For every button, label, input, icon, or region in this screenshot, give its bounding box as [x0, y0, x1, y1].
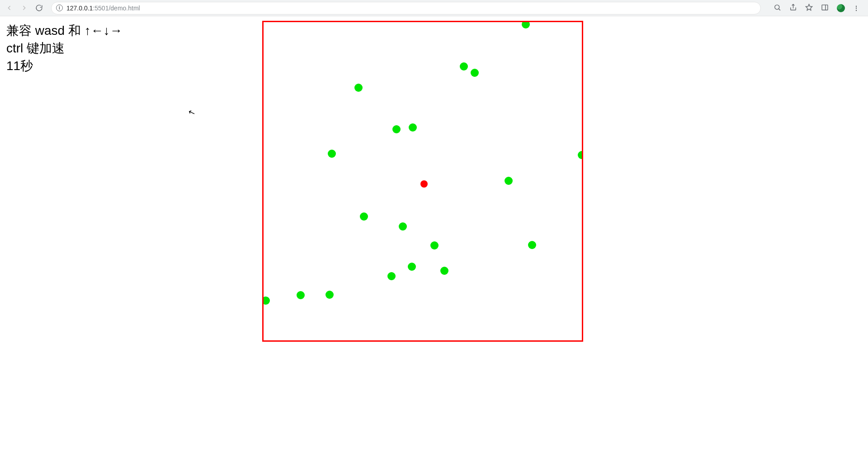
- enemy-ball: [409, 123, 417, 132]
- enemy-ball: [326, 291, 334, 299]
- timer-value: 11: [6, 59, 20, 73]
- svg-marker-3: [806, 4, 812, 10]
- timer-unit: 秒: [20, 59, 33, 73]
- enemy-ball: [392, 125, 401, 133]
- enemy-ball: [582, 258, 583, 266]
- reload-button[interactable]: [35, 4, 43, 12]
- nav-buttons: [5, 4, 43, 12]
- url-host: 127.0.0.1: [66, 5, 93, 12]
- browser-toolbar: i 127.0.0.1:5501/demo.html ⋮: [0, 0, 868, 16]
- bookmark-star-icon[interactable]: [805, 4, 813, 13]
- svg-line-1: [778, 9, 780, 10]
- enemy-ball: [328, 150, 336, 158]
- menu-icon[interactable]: ⋮: [853, 5, 860, 12]
- toolbar-actions: ⋮: [769, 4, 864, 13]
- enemy-ball: [528, 241, 536, 249]
- svg-rect-4: [822, 5, 828, 9]
- timer-line: 11秒: [6, 57, 123, 75]
- url-path: :5501/demo.html: [93, 5, 140, 12]
- enemy-ball: [297, 291, 305, 299]
- enemy-ball: [460, 62, 468, 71]
- enemy-ball: [360, 212, 368, 221]
- zoom-icon[interactable]: [774, 4, 781, 13]
- page-body: 兼容 wasd 和 ↑←↓→ ctrl 键加速 11秒 ↖: [0, 16, 868, 452]
- enemy-ball: [440, 267, 448, 275]
- player-ball: [420, 180, 428, 188]
- share-icon[interactable]: [789, 4, 797, 13]
- enemy-ball: [354, 84, 363, 92]
- enemy-ball: [399, 222, 407, 231]
- forward-button[interactable]: [20, 4, 28, 12]
- instructions-panel: 兼容 wasd 和 ↑←↓→ ctrl 键加速 11秒: [6, 22, 123, 75]
- game-arena[interactable]: [262, 21, 583, 342]
- address-bar[interactable]: i 127.0.0.1:5501/demo.html: [51, 2, 761, 14]
- enemy-ball: [471, 69, 479, 77]
- extension-icon[interactable]: [837, 4, 845, 12]
- enemy-ball: [262, 297, 270, 305]
- enemy-ball: [522, 21, 530, 28]
- enemy-ball: [578, 151, 583, 159]
- instruction-line-1: 兼容 wasd 和 ↑←↓→: [6, 22, 123, 39]
- site-info-icon[interactable]: i: [56, 5, 63, 11]
- enemy-ball: [408, 263, 416, 271]
- instruction-line-2: ctrl 键加速: [6, 39, 123, 57]
- enemy-ball: [387, 272, 396, 280]
- svg-point-0: [775, 5, 779, 9]
- back-button[interactable]: [5, 4, 13, 12]
- url-text: 127.0.0.1:5501/demo.html: [66, 5, 140, 12]
- panel-icon[interactable]: [821, 4, 829, 13]
- enemy-ball: [430, 241, 439, 250]
- enemy-ball: [505, 177, 513, 185]
- mouse-cursor-icon: ↖: [187, 107, 197, 118]
